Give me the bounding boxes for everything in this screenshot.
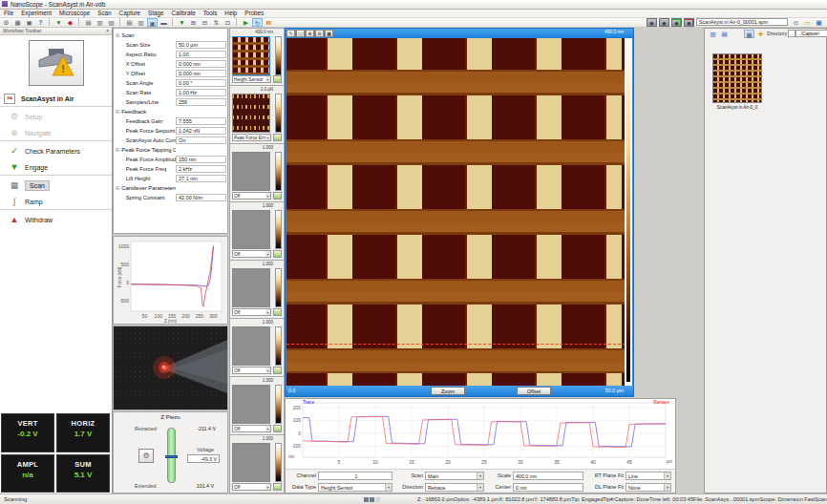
menu-item[interactable]: Experiment xyxy=(17,10,55,17)
parameter-value-field[interactable]: 1.00 Hz xyxy=(176,89,226,96)
menu-item[interactable]: Capture xyxy=(116,10,144,17)
channel-preview-icon[interactable] xyxy=(273,75,282,83)
panel-list-icon[interactable]: ▤ xyxy=(124,18,135,27)
scan-refresh-icon[interactable]: ↻ xyxy=(252,18,263,27)
browse-directory-button[interactable]: … xyxy=(788,30,795,37)
scope-control-value[interactable]: Height Sensor xyxy=(318,483,392,492)
parameter-value-field[interactable]: 1.00 xyxy=(176,51,226,58)
voltage-value-field[interactable]: -49.3 V xyxy=(187,454,220,463)
view-large-icon[interactable]: ▥ xyxy=(708,30,718,38)
separator[interactable] xyxy=(236,18,237,26)
captured-file-thumbnail[interactable] xyxy=(712,53,762,103)
withdraw-diamond-icon[interactable]: ◆ xyxy=(65,18,75,27)
channel-select[interactable]: Off xyxy=(232,250,271,258)
channel-thumbnail[interactable] xyxy=(232,326,270,366)
draw-line-icon[interactable]: ✎ xyxy=(286,30,295,37)
panel-image-icon[interactable]: ▣ xyxy=(147,18,158,27)
channel-thumbnail[interactable] xyxy=(232,268,270,307)
stage-warning-button[interactable]: ! xyxy=(29,40,84,86)
doc-open-icon[interactable]: ⊞ xyxy=(188,18,199,27)
capture-search-icon[interactable]: ◉ xyxy=(659,18,669,27)
menu-item[interactable]: Calibrate xyxy=(167,10,199,17)
layout-b-icon[interactable]: ▥ xyxy=(95,18,105,27)
box-tool-icon[interactable]: ▭ xyxy=(296,30,305,37)
parameter-value-field[interactable]: 256 xyxy=(176,98,226,106)
workflow-item-engage[interactable]: ▼ Engage xyxy=(0,159,112,176)
directory-path-field[interactable] xyxy=(795,30,827,37)
folder-up-icon[interactable]: ✚ xyxy=(755,30,766,38)
refresh-view-icon[interactable]: ▦ xyxy=(744,30,754,38)
channel-select[interactable]: Off xyxy=(232,483,271,491)
parameter-value-field[interactable]: On xyxy=(176,136,226,144)
separator[interactable] xyxy=(49,18,50,26)
help-icon[interactable]: ? xyxy=(35,18,46,27)
panel-columns-icon[interactable]: ▥ xyxy=(136,18,146,27)
parameter-value-field[interactable]: 150 nm xyxy=(176,156,226,163)
channel-select[interactable]: Peak Force Error xyxy=(232,134,271,141)
channel-preview-icon[interactable] xyxy=(273,483,282,491)
menu-item[interactable]: Microscope xyxy=(55,10,94,17)
scope-control-value[interactable]: Retrace xyxy=(425,483,484,492)
workflow-item-ramp[interactable]: ∫ Ramp xyxy=(0,194,112,210)
workflow-item-experiment[interactable]: SA ScanAsyst in Air xyxy=(0,91,112,107)
channel-thumbnail[interactable] xyxy=(232,36,270,75)
view-list-icon[interactable]: ▤ xyxy=(719,30,730,38)
channel-preview-icon[interactable] xyxy=(273,308,282,316)
probe-setup-icon[interactable]: ⚙ xyxy=(1,18,11,27)
channel-thumbnail[interactable] xyxy=(232,152,270,191)
zoom-button[interactable]: Zoom xyxy=(431,387,465,395)
z-piezo-slider-marker[interactable] xyxy=(165,455,178,458)
channel-thumbnail[interactable] xyxy=(232,94,270,133)
nav-window-icon[interactable]: ▦ xyxy=(814,18,824,27)
save-icon[interactable]: ▣ xyxy=(24,18,34,27)
menu-item[interactable]: Help xyxy=(221,10,241,17)
workflow-item-scan[interactable]: ▦ Scan xyxy=(0,178,112,194)
capture-stop-icon[interactable]: ◉ xyxy=(684,18,694,27)
menu-item[interactable]: Tools xyxy=(200,10,222,17)
channel-select[interactable]: Off xyxy=(232,308,271,316)
offset-button[interactable]: Offset xyxy=(517,387,551,395)
parameter-value-field[interactable]: 0.000 nm xyxy=(176,70,226,77)
capture-timer-icon[interactable]: ⊙ xyxy=(791,18,801,27)
close-icon[interactable]: × xyxy=(106,28,109,34)
parameter-value-field[interactable]: 42.00 N/m xyxy=(176,194,226,201)
separator[interactable] xyxy=(172,18,173,26)
parameter-value-field[interactable]: 0.000 nm xyxy=(176,60,226,68)
workflow-item-setup[interactable]: ⚙ Setup xyxy=(0,109,112,125)
channel-select[interactable]: Height Sensor xyxy=(232,75,271,83)
scan-play-icon[interactable]: ▶ xyxy=(241,18,251,27)
capture-image-icon[interactable]: ◉ xyxy=(647,18,657,27)
workflow-item-check-parameters[interactable]: ✓ Check Parameters xyxy=(0,143,112,159)
scope-control-value[interactable]: Main xyxy=(425,472,484,480)
engage-down-icon[interactable]: ▼ xyxy=(53,18,64,27)
separator[interactable] xyxy=(78,18,79,26)
channel-preview-icon[interactable] xyxy=(273,192,282,200)
layout-a-icon[interactable]: ▤ xyxy=(83,18,94,27)
workflow-item-withdraw[interactable]: ▲ Withdraw xyxy=(0,212,112,228)
channel-select[interactable]: Off xyxy=(232,425,271,432)
channel-preview-icon[interactable] xyxy=(273,250,282,258)
channel-select[interactable]: Off xyxy=(232,367,271,374)
scope-control-value[interactable]: Line xyxy=(626,472,671,480)
workflow-item-navigate[interactable]: ⊕ Navigate xyxy=(0,125,112,141)
zoom-in-icon[interactable]: ⊕ xyxy=(306,30,314,37)
doc-close-icon[interactable]: ⊟ xyxy=(200,18,210,27)
capture-start-icon[interactable]: ◉ xyxy=(671,18,682,27)
channel-thumbnail[interactable] xyxy=(232,443,270,482)
afm-height-image[interactable] xyxy=(286,38,626,386)
menu-item[interactable]: Stage xyxy=(144,10,167,17)
scope-control-value[interactable]: None xyxy=(626,483,671,492)
parameter-value-field[interactable]: 2 kHz xyxy=(176,165,226,173)
zoom-out-icon[interactable]: ⊖ xyxy=(315,30,324,37)
panel-wide-icon[interactable]: ▬ xyxy=(159,18,169,27)
doc-save-icon[interactable]: ⊡ xyxy=(223,18,233,27)
layout-c-icon[interactable]: ▨ xyxy=(106,18,117,27)
parameter-value-field[interactable]: 7.555 xyxy=(176,117,226,125)
import-doc-icon[interactable]: ▼ xyxy=(177,18,187,27)
parameter-value-field[interactable]: 27.1 nm xyxy=(176,175,226,182)
menu-item[interactable]: Probes xyxy=(241,10,267,17)
optical-camera-view[interactable] xyxy=(113,326,228,410)
parameter-value-field[interactable]: 1.042 nN xyxy=(176,127,226,135)
channel-thumbnail[interactable] xyxy=(232,210,270,249)
channel-preview-icon[interactable] xyxy=(273,134,282,141)
